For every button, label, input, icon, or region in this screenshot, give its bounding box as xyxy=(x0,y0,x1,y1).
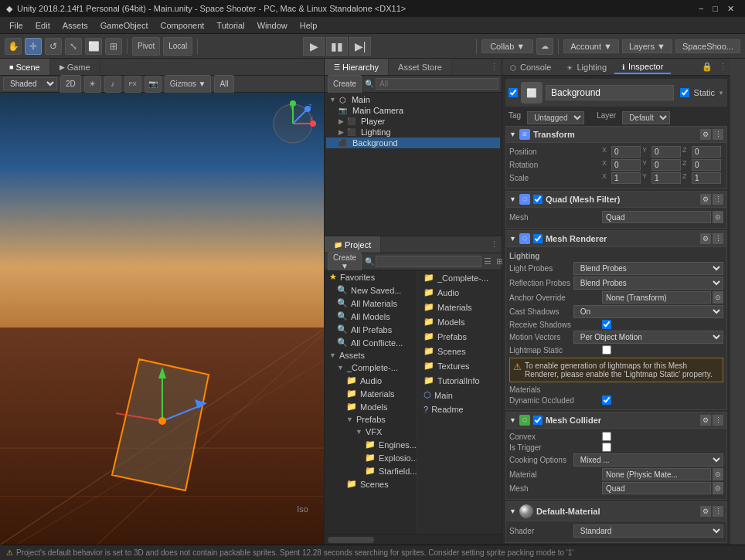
camera-icon[interactable]: 📷 xyxy=(145,76,162,93)
menu-window[interactable]: Window xyxy=(251,19,294,32)
mesh-pick-btn[interactable]: ⊙ xyxy=(713,211,723,223)
receive-shadows-checkbox[interactable] xyxy=(602,320,611,329)
proj-item-tutorialinfo[interactable]: 📁 TutorialInfo xyxy=(417,373,502,388)
assets-engines[interactable]: 📁 Engines... xyxy=(325,438,417,451)
pivot-button[interactable]: Pivot xyxy=(132,37,160,56)
transform-header[interactable]: ▼ ⊞ Transform ⚙ ⋮ xyxy=(505,126,727,143)
hierarchy-create-btn[interactable]: Create xyxy=(328,75,362,93)
assets-starfield[interactable]: 📁 Starfield... xyxy=(325,464,417,477)
rect-tool[interactable]: ⬜ xyxy=(85,38,102,55)
spaceshooter-button[interactable]: SpaceShoo... xyxy=(675,39,740,53)
hierarchy-item-main-camera[interactable]: 📷 Main Camera xyxy=(326,105,500,116)
collider-mesh-field[interactable] xyxy=(602,482,711,494)
tab-inspector[interactable]: ℹ Inspector xyxy=(614,60,671,74)
transform-settings-btn[interactable]: ⚙ xyxy=(700,129,711,140)
light-icon[interactable]: ☀ xyxy=(84,76,101,93)
assets-audio[interactable]: 📁 Audio xyxy=(325,374,417,387)
pos-x-input[interactable] xyxy=(611,146,641,158)
meshrenderer-enabled[interactable] xyxy=(533,234,543,243)
meshfilter-context-btn[interactable]: ⋮ xyxy=(713,194,723,205)
meshcollider-settings-btn[interactable]: ⚙ xyxy=(700,415,711,426)
project-create-btn[interactable]: Create ▼ xyxy=(328,253,362,271)
shader-dropdown[interactable]: Standard xyxy=(573,524,723,538)
meshfilter-settings-btn[interactable]: ⚙ xyxy=(700,194,711,205)
layers-button[interactable]: Layers ▼ xyxy=(622,39,672,53)
scale-tool[interactable]: ⤡ xyxy=(65,38,82,55)
transform-context-btn[interactable]: ⋮ xyxy=(713,129,723,140)
menu-tutorial[interactable]: Tutorial xyxy=(210,19,250,32)
project-search[interactable] xyxy=(376,256,481,267)
tab-lighting[interactable]: ☀ Lighting xyxy=(559,61,614,73)
scene-gizmo[interactable]: X Y Z xyxy=(270,100,316,147)
hierarchy-options[interactable]: ⋮ xyxy=(487,60,502,73)
tab-project[interactable]: 📁 Project xyxy=(325,236,381,253)
mesh-collider-header[interactable]: ▼ ⬡ Mesh Collider ⚙ ⋮ xyxy=(505,412,727,429)
step-button[interactable]: ▶| xyxy=(349,37,371,56)
is-trigger-checkbox[interactable] xyxy=(602,443,611,452)
collab-button[interactable]: Collab ▼ xyxy=(481,39,533,53)
proj-item-main[interactable]: ⬡ Main xyxy=(417,388,502,402)
menu-component[interactable]: Component xyxy=(154,19,210,32)
favorites-header[interactable]: ★ Favorites xyxy=(325,270,417,283)
scene-view[interactable]: X Y Z Iso xyxy=(0,93,324,545)
fav-all-models[interactable]: 🔍 All Models xyxy=(325,310,417,323)
assets-vfx[interactable]: ▼ VFX xyxy=(325,426,417,438)
scale-y-input[interactable] xyxy=(651,172,681,184)
move-tool[interactable]: ✛ xyxy=(25,38,42,55)
static-dropdown-arrow[interactable]: ▼ xyxy=(718,90,724,97)
fav-all-materials[interactable]: 🔍 All Materials xyxy=(325,297,417,310)
collider-material-field[interactable] xyxy=(602,468,711,480)
meshcollider-enabled[interactable] xyxy=(533,416,543,425)
hand-tool[interactable]: ✋ xyxy=(5,38,22,55)
mesh-field[interactable] xyxy=(602,211,711,223)
close-btn[interactable]: ✕ xyxy=(723,4,739,14)
tab-hierarchy[interactable]: ☰ Hierarchy xyxy=(325,59,389,75)
hierarchy-item-lighting[interactable]: ▶ ⬛ Lighting xyxy=(326,127,500,137)
minimize-btn[interactable]: − xyxy=(694,4,708,13)
motion-vectors-dropdown[interactable]: Per Object Motion xyxy=(573,331,723,344)
assets-materials[interactable]: 📁 Materials xyxy=(325,387,417,400)
lightmap-static-checkbox[interactable] xyxy=(602,345,611,355)
fx-icon[interactable]: FX xyxy=(124,76,141,93)
scale-x-input[interactable] xyxy=(611,172,641,184)
meshcollider-context-btn[interactable]: ⋮ xyxy=(713,415,723,426)
rotate-tool[interactable]: ↺ xyxy=(45,38,62,55)
proj-item-models[interactable]: 📁 Models xyxy=(417,314,502,329)
shading-dropdown[interactable]: Shaded xyxy=(3,77,57,90)
maximize-btn[interactable]: □ xyxy=(708,4,723,13)
obj-enabled-checkbox[interactable] xyxy=(509,88,518,97)
menu-help[interactable]: Help xyxy=(294,19,324,32)
static-checkbox[interactable] xyxy=(680,88,689,97)
proj-item-textures[interactable]: 📁 Textures xyxy=(417,358,502,373)
hierarchy-item-main[interactable]: ▼ ⬡ Main xyxy=(326,94,500,105)
local-button[interactable]: Local xyxy=(163,37,192,56)
tab-asset-store[interactable]: Asset Store xyxy=(389,59,452,75)
2d-button[interactable]: 2D xyxy=(60,75,81,93)
play-button[interactable]: ▶ xyxy=(303,37,325,56)
proj-item-readme[interactable]: ? Readme xyxy=(417,402,502,416)
tab-game[interactable]: ▶ Game xyxy=(50,59,100,75)
menu-assets[interactable]: Assets xyxy=(56,19,94,32)
menu-file[interactable]: File xyxy=(3,19,29,32)
pause-button[interactable]: ▮▮ xyxy=(326,37,348,56)
project-scrollbar[interactable] xyxy=(325,534,502,545)
tag-dropdown[interactable]: Untagged xyxy=(527,111,584,124)
layer-dropdown[interactable]: Default xyxy=(622,111,670,124)
proj-item-scenes[interactable]: 📁 Scenes xyxy=(417,344,502,358)
proj-item-audio[interactable]: 📁 Audio xyxy=(417,285,502,300)
scrollbar-thumb[interactable] xyxy=(328,537,374,543)
dynamic-occluded-checkbox[interactable] xyxy=(602,395,611,405)
pos-z-input[interactable] xyxy=(692,146,721,158)
reflection-probes-dropdown[interactable]: Blend Probes xyxy=(573,277,723,290)
tab-scene[interactable]: ■ Scene xyxy=(0,59,50,75)
fav-all-conflicte[interactable]: 🔍 All Conflicte... xyxy=(325,336,417,349)
transform-tool[interactable]: ⊞ xyxy=(105,38,122,55)
anchor-override-field[interactable] xyxy=(602,291,711,304)
cloud-icon[interactable]: ☁ xyxy=(536,38,553,55)
mesh-filter-header[interactable]: ▼ ⬡ Quad (Mesh Filter) ⚙ ⋮ xyxy=(505,191,727,208)
mesh-renderer-header[interactable]: ▼ ⬡ Mesh Renderer ⚙ ⋮ xyxy=(505,230,727,247)
assets-header[interactable]: ▼ Assets xyxy=(325,349,417,361)
inspector-lock-icon[interactable]: 🔒 xyxy=(699,62,716,72)
rot-x-input[interactable] xyxy=(611,159,641,171)
defmat-context-btn[interactable]: ⋮ xyxy=(713,506,723,517)
